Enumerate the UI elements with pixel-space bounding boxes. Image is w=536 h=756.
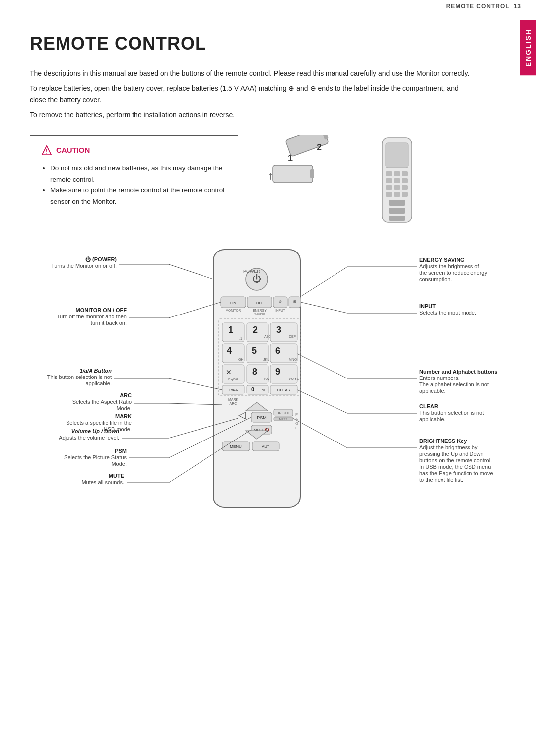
svg-text:4: 4: [227, 346, 232, 356]
svg-text:Turns the Monitor on or off.: Turns the Monitor on or off.: [51, 263, 117, 269]
svg-rect-20: [386, 192, 392, 197]
svg-text:CLEAR: CLEAR: [277, 388, 291, 392]
svg-text:G: G: [295, 421, 298, 426]
battery-illustration: 1 2 ↑: [253, 135, 352, 200]
svg-text:.*#: .*#: [261, 388, 265, 392]
svg-text:INPUT: INPUT: [275, 309, 285, 312]
svg-text:Mutes all sounds.: Mutes all sounds.: [81, 479, 124, 485]
svg-text:AUT: AUT: [262, 444, 269, 449]
svg-rect-24: [389, 208, 405, 214]
svg-text:BRIGHT: BRIGHT: [277, 411, 290, 415]
svg-text:1: 1: [228, 325, 233, 335]
svg-line-120: [293, 418, 347, 448]
svg-text:5: 5: [252, 346, 257, 356]
svg-text:Adjusts the volume level.: Adjusts the volume level.: [59, 435, 119, 441]
caution-section: CAUTION Do not mix old and new batteries…: [30, 135, 496, 225]
svg-text:PSM: PSM: [257, 415, 267, 420]
svg-text:DEF: DEF: [289, 335, 296, 338]
svg-rect-22: [402, 192, 408, 197]
main-content: REMOTE CONTROL The descriptions in this …: [0, 13, 536, 572]
svg-text:8: 8: [252, 367, 257, 377]
svg-text:6: 6: [275, 346, 280, 356]
svg-text:ON: ON: [230, 301, 236, 305]
svg-text:ARC: ARC: [120, 392, 132, 398]
svg-rect-12: [394, 171, 400, 176]
svg-text:E: E: [295, 426, 298, 430]
svg-rect-19: [402, 185, 408, 190]
remote-small-illustration: [367, 135, 427, 225]
svg-text:SAVING: SAVING: [254, 313, 266, 315]
svg-text:Adjust the brightness by: Adjust the brightness by: [419, 444, 478, 450]
svg-text:MARK: MARK: [228, 398, 239, 401]
svg-text:◁: ◁: [238, 409, 246, 420]
section-label: REMOTE CONTROL: [446, 3, 510, 10]
svg-text:3: 3: [276, 325, 281, 335]
svg-text:has the Page function to move: has the Page function to move: [419, 470, 493, 476]
svg-rect-14: [386, 178, 392, 183]
svg-text:pressing the Up and Down: pressing the Up and Down: [419, 451, 484, 457]
svg-rect-18: [394, 185, 400, 190]
svg-line-116: [297, 354, 347, 378]
svg-text:applicable.: applicable.: [419, 388, 446, 394]
svg-text:the screen to reduce energy: the screen to reduce energy: [419, 270, 487, 276]
svg-text:Volume Up / Down: Volume Up / Down: [71, 428, 119, 434]
svg-text:↑: ↑: [268, 169, 273, 182]
svg-text:1/a/A: 1/a/A: [229, 388, 238, 392]
svg-text:MENU: MENU: [230, 444, 242, 449]
svg-text:applicable.: applicable.: [419, 416, 446, 422]
intro-line3: To remove the batteries, perform the ins…: [30, 109, 476, 120]
svg-text:Selects the Aspect Ratio: Selects the Aspect Ratio: [72, 399, 132, 405]
svg-rect-17: [386, 185, 392, 190]
svg-text:ABC: ABC: [264, 335, 271, 338]
svg-text:MUTE: MUTE: [109, 473, 124, 479]
svg-text:The alphabet selection is not: The alphabet selection is not: [419, 381, 489, 387]
svg-line-118: [297, 390, 347, 413]
svg-text:Selects the Picture Status: Selects the Picture Status: [64, 454, 127, 460]
svg-text:NESS: NESS: [279, 418, 287, 421]
svg-text:In USB mode, the OSD menu: In USB mode, the OSD menu: [419, 464, 491, 470]
svg-text:⏻ (POWER): ⏻ (POWER): [85, 256, 117, 262]
svg-rect-49: [270, 323, 297, 342]
svg-text:⏻: ⏻: [252, 274, 261, 284]
svg-text:CLEAR: CLEAR: [419, 403, 438, 409]
svg-rect-67: [270, 365, 297, 383]
svg-text:PSM: PSM: [115, 448, 127, 454]
remote-full-svg: ⏻ POWER ON OFF ⊙ ⊞ MONITOR ENERGY INPUT …: [30, 240, 526, 557]
caution-title: CAUTION: [41, 145, 227, 156]
svg-text:ENERGY: ENERGY: [253, 309, 267, 312]
caution-item-2: Make sure to point the remote control at…: [50, 185, 227, 208]
svg-text:0: 0: [251, 386, 254, 392]
page-number: 13: [514, 3, 521, 10]
svg-rect-25: [389, 216, 405, 221]
svg-text:POWER: POWER: [243, 269, 261, 274]
svg-text:ENERGY SAVING: ENERGY SAVING: [419, 257, 465, 263]
svg-text:Adjusts the brightness of: Adjusts the brightness of: [419, 263, 479, 269]
svg-text:MNO: MNO: [289, 358, 297, 361]
svg-text:2: 2: [317, 142, 322, 152]
svg-text:⊞: ⊞: [293, 300, 296, 303]
svg-text:Enters numbers.: Enters numbers.: [419, 375, 460, 381]
svg-text:Selects the input mode.: Selects the input mode.: [419, 310, 476, 315]
top-header: REMOTE CONTROL 13: [0, 0, 536, 13]
svg-text:Mode.: Mode.: [111, 461, 127, 467]
svg-text:GHI: GHI: [238, 358, 245, 361]
svg-rect-15: [394, 178, 400, 183]
caution-box: CAUTION Do not mix old and new batteries…: [30, 135, 238, 218]
svg-line-112: [300, 267, 347, 297]
svg-text:Turn off the monitor and then: Turn off the monitor and then: [57, 314, 127, 319]
svg-rect-2: [273, 165, 313, 183]
svg-rect-23: [389, 200, 405, 206]
remote-diagram: ⏻ POWER ON OFF ⊙ ⊞ MONITOR ENERGY INPUT …: [30, 240, 496, 557]
svg-text:turn it back on.: turn it back on.: [91, 320, 127, 326]
caution-list: Do not mix old and new batteries, as thi…: [41, 163, 227, 208]
page-title: REMOTE CONTROL: [30, 33, 496, 54]
svg-text:JKL: JKL: [263, 358, 269, 361]
svg-line-98: [169, 264, 213, 279]
svg-text:MONITOR ON / OFF: MONITOR ON / OFF: [76, 307, 127, 313]
svg-text:✕: ✕: [226, 368, 232, 376]
svg-rect-11: [386, 171, 392, 176]
remote-small-svg: [375, 135, 419, 225]
svg-text:9: 9: [275, 367, 280, 377]
svg-text:This button selection is not: This button selection is not: [419, 410, 484, 416]
svg-rect-13: [402, 171, 408, 176]
